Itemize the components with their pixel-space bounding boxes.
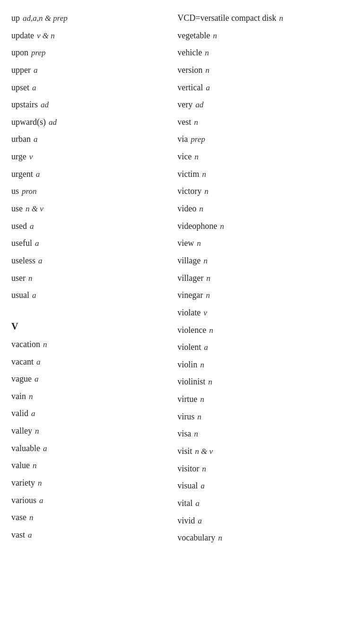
entry-pos: a: [206, 82, 210, 94]
entry-pos: ad,a,n & prep: [23, 13, 68, 25]
entry-pos: a: [28, 530, 32, 541]
entry-pos: n: [279, 13, 284, 25]
entry-word: virtue: [178, 393, 198, 405]
list-item: upad,a,n & prep: [11, 9, 178, 27]
entry-word: us: [11, 185, 19, 197]
entry-pos: n: [194, 151, 199, 163]
list-item: videon: [178, 200, 344, 218]
entry-pos: a: [204, 342, 208, 354]
entry-pos: v & n: [37, 30, 55, 42]
entry-word: vase: [11, 511, 26, 523]
list-item: vainn: [11, 388, 178, 405]
entry-pos: n: [208, 376, 213, 388]
entry-pos: n: [220, 221, 224, 233]
entry-word: violate: [178, 306, 201, 319]
entry-pos: n: [203, 255, 208, 267]
list-item: vinegarn: [178, 287, 344, 304]
entry-word: upon: [11, 46, 28, 59]
list-item: usuala: [11, 287, 178, 304]
entry-word: valley: [11, 425, 32, 437]
entry-pos: a: [38, 255, 43, 267]
list-item: urbana: [11, 131, 178, 148]
entry-pos: ad: [49, 117, 57, 129]
entry-pos: a: [196, 498, 200, 510]
entry-word: upset: [11, 81, 29, 94]
entry-pos: n: [198, 411, 202, 423]
list-item: virtuen: [178, 391, 344, 408]
entry-pos: n: [29, 512, 34, 524]
list-item: uponprep: [11, 44, 178, 61]
entry-pos: a: [36, 169, 40, 181]
entry-word: update: [11, 29, 34, 42]
entry-word: urge: [11, 150, 26, 163]
entry-pos: n: [194, 117, 199, 129]
entry-word: videophone: [178, 220, 217, 232]
entry-word: violence: [178, 324, 207, 336]
entry-word: vest: [178, 116, 191, 128]
list-item: usen & v: [11, 200, 178, 218]
list-item: visan: [178, 425, 344, 443]
list-item: veryad: [178, 96, 344, 113]
list-item: vasta: [11, 526, 178, 544]
entry-pos: n: [33, 460, 37, 472]
entry-pos: n & v: [26, 203, 43, 215]
list-item: upseta: [11, 79, 178, 96]
entry-pos: a: [201, 480, 205, 492]
entry-word: via: [178, 133, 188, 145]
entry-word: vast: [11, 529, 25, 541]
list-item: visitorn: [178, 460, 344, 478]
list-item: vegetablen: [178, 27, 344, 44]
entry-word: villager: [178, 272, 204, 284]
entry-pos: a: [34, 65, 38, 77]
entry-word: very: [178, 98, 193, 111]
list-item: victimn: [178, 165, 344, 183]
right-column: VCD=versatile compact disknvegetablenveh…: [178, 9, 344, 547]
entry-pos: n: [38, 478, 42, 489]
list-item: vacationn: [11, 336, 178, 353]
list-item: violinn: [178, 356, 344, 374]
list-item: vicen: [178, 148, 344, 165]
entry-word: valid: [11, 407, 28, 419]
entry-word: valuable: [11, 442, 40, 454]
list-item: vacanta: [11, 353, 178, 371]
entry-word: vain: [11, 390, 26, 402]
list-item: VCD=versatile compact diskn: [178, 9, 344, 27]
list-item: uselessa: [11, 252, 178, 270]
list-item: valida: [11, 405, 178, 422]
list-item: viaprep: [178, 131, 344, 148]
list-item: uppera: [11, 61, 178, 79]
list-item: victoryn: [178, 183, 344, 200]
entry-pos: a: [32, 82, 36, 94]
entry-pos: n: [202, 463, 207, 475]
entry-pos: n & v: [195, 446, 213, 458]
list-item: valuen: [11, 457, 178, 474]
list-item: videophonen: [178, 218, 344, 235]
list-item: verticala: [178, 79, 344, 96]
entry-pos: n: [35, 426, 39, 437]
entry-word: various: [11, 494, 36, 506]
entry-pos: n: [218, 532, 222, 544]
entry-pos: prep: [191, 134, 206, 146]
list-item: visuala: [178, 477, 344, 495]
entry-word: virus: [178, 410, 195, 423]
entry-pos: prep: [31, 47, 46, 59]
list-item: vestn: [178, 113, 344, 131]
list-item: varietyn: [11, 474, 178, 492]
list-item: urgev: [11, 148, 178, 165]
entry-pos: n: [205, 186, 209, 198]
entry-word: village: [178, 254, 201, 267]
entry-pos: a: [43, 443, 47, 455]
list-item: violinistn: [178, 373, 344, 391]
list-item: villagen: [178, 252, 344, 270]
entry-pos: ad: [41, 99, 49, 111]
entry-word: usual: [11, 289, 29, 301]
entry-pos: n: [200, 394, 205, 406]
entry-word: vinegar: [178, 289, 203, 301]
entry-word: upper: [11, 64, 31, 76]
entry-pos: n: [28, 273, 33, 285]
entry-pos: n: [194, 428, 199, 440]
entry-word: urgent: [11, 168, 33, 180]
entry-word: vehicle: [178, 46, 202, 59]
entry-pos: a: [36, 357, 41, 368]
entry-pos: a: [35, 238, 39, 250]
